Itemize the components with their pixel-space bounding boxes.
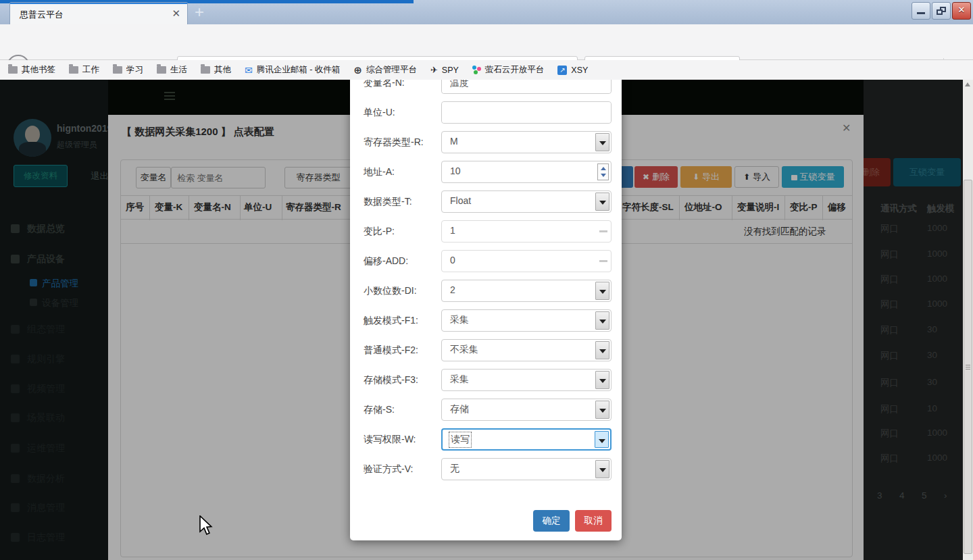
restore-button[interactable] <box>932 2 951 20</box>
form-row: 触发模式-F1: 采集 <box>350 309 622 339</box>
normal-mode-select[interactable]: 不采集 <box>441 339 612 361</box>
form-row: 变量名-N: <box>350 80 622 101</box>
folder-icon <box>69 66 78 74</box>
form-row: 验证方式-V: 无 <box>350 458 622 488</box>
mouse-cursor <box>199 515 214 538</box>
storage-select[interactable]: 存储 <box>441 399 612 421</box>
bookmark-folder[interactable]: 其他书签 <box>8 64 55 76</box>
decimals-select[interactable]: 2 <box>441 280 612 302</box>
chevron-down-icon[interactable] <box>595 371 609 389</box>
bookmarks-bar: 其他书签 工作 学习 生活 其他 ✉腾讯企业邮箱 - 收件箱 ⊕综合管理平台 ✈… <box>0 60 973 80</box>
spinner-icon[interactable] <box>597 163 609 180</box>
folder-icon <box>201 66 210 74</box>
form-row: 读写权限-W: 读写 <box>350 428 622 458</box>
chevron-down-icon[interactable] <box>595 193 609 211</box>
window-controls: ✕ <box>912 2 971 20</box>
bookmark-folder[interactable]: 生活 <box>157 64 187 76</box>
chevron-down-icon[interactable] <box>595 401 609 419</box>
globe-icon: ⊕ <box>353 64 362 76</box>
verify-mode-select[interactable]: 无 <box>441 458 612 480</box>
chevron-down-icon[interactable] <box>595 311 609 330</box>
form-row: 存储模式-F3: 采集 <box>350 369 622 399</box>
new-tab-button[interactable]: + <box>195 3 204 22</box>
bookmark-folder[interactable]: 学习 <box>113 64 143 76</box>
chevron-down-icon[interactable] <box>595 341 609 359</box>
rw-permission-select[interactable]: 读写 <box>441 428 612 451</box>
trigger-mode-select[interactable]: 采集 <box>441 309 612 332</box>
scrollbar-thumb[interactable] <box>964 180 972 554</box>
mail-icon: ✉ <box>245 65 253 76</box>
unit-input[interactable] <box>441 101 612 124</box>
form-row: 存储-S: 存储 <box>350 399 622 428</box>
offset-input: 0 <box>441 250 612 272</box>
ratio-input: 1 <box>441 220 612 243</box>
chevron-down-icon[interactable] <box>595 282 609 300</box>
bookmark-folder[interactable]: 工作 <box>69 64 99 76</box>
address-stepper[interactable]: 10 <box>441 161 612 183</box>
browser-tab[interactable]: 思普云平台 ✕ <box>9 2 188 24</box>
chevron-down-icon[interactable] <box>595 133 609 151</box>
form-row: 变比-P: 1 <box>350 220 622 250</box>
tab-close-icon[interactable]: ✕ <box>172 7 180 20</box>
page-content: hignton2019 超级管理员 修改资料 退出 数据总览 产品设备 产品管理… <box>0 80 973 560</box>
bookmark-item[interactable]: ↗XSY <box>557 66 588 75</box>
chevron-down-icon[interactable] <box>595 460 609 478</box>
bookmark-item[interactable]: ✉腾讯企业邮箱 - 收件箱 <box>245 64 340 76</box>
register-type-select[interactable]: M <box>441 131 612 153</box>
form-row: 地址-A: 10 <box>350 161 622 190</box>
folder-icon <box>157 66 166 74</box>
form-row: 数据类型-T: Float <box>350 190 622 220</box>
close-button[interactable]: ✕ <box>952 2 971 20</box>
form-row: 偏移-ADD: 0 <box>350 250 622 280</box>
tab-title: 思普云平台 <box>20 9 64 21</box>
plane-icon: ✈ <box>430 65 438 75</box>
bookmark-item[interactable]: 萤石云开放平台 <box>472 64 545 76</box>
point-edit-modal: 变量名-N: 单位-U: 寄存器类型-R: M 地址-A: 10 数据类型-T:… <box>350 80 622 540</box>
bookmark-item[interactable]: ⊕综合管理平台 <box>353 64 417 76</box>
folder-icon <box>113 66 122 74</box>
folder-icon <box>8 66 18 74</box>
form-row: 小数位数-DI: 2 <box>350 280 622 309</box>
confirm-button[interactable]: 确定 <box>533 510 570 532</box>
form-row: 普通模式-F2: 不采集 <box>350 339 622 369</box>
page-scrollbar[interactable] <box>963 80 973 560</box>
dots-icon <box>472 66 481 74</box>
form-row: 单位-U: <box>350 101 622 131</box>
titlebar: 思普云平台 ✕ + ✕ <box>0 0 973 24</box>
minimize-button[interactable] <box>912 2 930 20</box>
cancel-button[interactable]: 取消 <box>575 510 612 532</box>
chevron-down-icon[interactable] <box>595 431 609 448</box>
storage-mode-select[interactable]: 采集 <box>441 369 612 391</box>
variable-name-input[interactable] <box>441 80 612 94</box>
modal-footer: 确定 取消 <box>350 510 622 532</box>
nav-toolbar: ← → ⟳ ⌂ iot.idosp.net/admin/index.html?l… <box>0 24 973 60</box>
data-type-select[interactable]: Float <box>441 190 612 213</box>
form-row: 寄存器类型-R: M <box>350 131 622 161</box>
bookmark-item[interactable]: ✈SPY <box>430 65 459 75</box>
arrow-link-icon: ↗ <box>557 66 567 75</box>
scroll-up-arrow-icon[interactable] <box>965 82 970 86</box>
bookmark-folder[interactable]: 其他 <box>201 64 231 76</box>
